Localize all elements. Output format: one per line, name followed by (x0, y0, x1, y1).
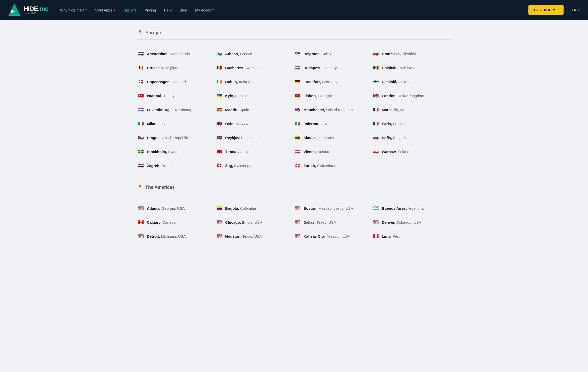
city-name: Stockholm, (147, 150, 167, 154)
flag-icon: 🇨🇴 (216, 205, 223, 212)
nav-help[interactable]: Help (161, 6, 175, 14)
list-item[interactable]: 🇱🇹 Siauliai, Lithuania (294, 131, 372, 145)
flag-icon: 🇨🇭 (294, 162, 301, 169)
list-item[interactable]: 🇬🇷 Athens, Greece (216, 47, 294, 61)
flag-icon: 🇭🇺 (294, 64, 301, 71)
list-item[interactable]: 🇧🇬 Sofia, Bulgaria (372, 131, 451, 145)
svg-text:▶: ▶ (11, 9, 15, 14)
list-item[interactable]: 🇨🇴 Bogota, Colombia (216, 201, 294, 215)
city-country: Germany (322, 80, 337, 84)
city-country: Italy (159, 122, 166, 126)
city-label: Marseille, France (382, 108, 411, 112)
list-item[interactable]: 🇬🇧 London, United Kingdom (372, 89, 451, 103)
list-item[interactable]: 🇭🇺 Budapest, Hungary (294, 61, 372, 75)
city-country: Hungary (323, 66, 337, 70)
list-item[interactable]: 🇺🇸 Boston, Massachusetts, USA (294, 201, 372, 215)
flag-icon: 🇧🇪 (137, 64, 144, 71)
list-item[interactable]: 🇺🇸 Denver, Colorado, USA (372, 215, 451, 229)
list-item[interactable]: 🇭🇷 Zagreb, Croatia (137, 159, 216, 173)
nav-pricing[interactable]: Pricing (141, 6, 160, 14)
flag-icon: 🇬🇧 (294, 106, 301, 113)
list-item[interactable]: 🇹🇷 Istanbul, Turkey (137, 89, 216, 103)
list-item[interactable]: 🇺🇸 Detroit, Michigan, USA (137, 229, 216, 243)
list-item[interactable]: 🇨🇭 Zurich, Switzerland (294, 159, 372, 173)
list-item[interactable]: 🇦🇱 Tirana, Albania (216, 145, 294, 159)
list-item[interactable]: 🇬🇧 Manchester, United Kingdom (294, 103, 372, 117)
list-item[interactable]: 🇫🇷 Marseille, France (372, 103, 451, 117)
list-item[interactable]: 🇧🇪 Brussels, Belgium (137, 61, 216, 75)
flag-icon: 🇧🇬 (372, 134, 379, 141)
city-label: London, United Kingdom (382, 94, 424, 98)
city-name: Luxembourg, (147, 108, 171, 112)
list-item[interactable]: 🇨🇿 Prague, Czech Republic (137, 131, 216, 145)
get-hideme-button[interactable]: GET HIDE.ME (528, 5, 564, 15)
nav-vpn-apps[interactable]: VPN Apps ▼ (92, 6, 119, 14)
city-country: Michigan, USA (161, 234, 186, 238)
city-country: Albania (238, 150, 251, 154)
nav-why-hideme[interactable]: Why hide.me? ▼ (56, 6, 91, 14)
list-item[interactable]: 🇦🇷 Buenos Aires, Argentina (372, 201, 451, 215)
nav-servers[interactable]: Servers (120, 6, 140, 14)
flag-icon: 🇲🇩 (372, 64, 379, 71)
list-item[interactable]: 🇵🇹 Lisbon, Portugal (294, 89, 372, 103)
list-item[interactable]: 🇨🇭 Zug, Switzerland (216, 159, 294, 173)
list-item[interactable]: 🇷🇴 Bucharest, Romania (216, 61, 294, 75)
list-item[interactable]: 🇪🇸 Madrid, Spain (216, 103, 294, 117)
list-item[interactable]: 🇱🇺 Luxembourg, Luxembourg (137, 103, 216, 117)
list-item[interactable]: 🇳🇱 Amsterdam, Netherlands (137, 47, 216, 61)
city-name: Amsterdam, (147, 52, 169, 56)
flag-icon: 🇺🇸 (372, 219, 379, 226)
city-country: France (393, 122, 405, 126)
region-header-americas: 📍 The Americas (137, 185, 451, 190)
list-item[interactable]: 🇵🇱 Warsaw, Poland (372, 145, 451, 159)
city-label: Oslo, Norway (225, 122, 248, 126)
city-label: Bogota, Colombia (225, 206, 256, 210)
list-item[interactable]: 🇸🇰 Bratislava, Slovakia (372, 47, 451, 61)
list-item[interactable]: 🇨🇦 Calgary, Canada (137, 215, 216, 229)
flag-icon: 🇷🇴 (216, 64, 223, 71)
flag-icon: 🇺🇸 (216, 219, 223, 226)
city-name: Prague, (147, 136, 161, 140)
list-item[interactable]: 🇳🇴 Oslo, Norway (216, 117, 294, 131)
flag-icon: 🇳🇱 (137, 50, 144, 57)
list-item[interactable]: 🇷🇸 Belgrade, Serbia (294, 47, 372, 61)
list-item[interactable]: 🇺🇸 Houston, Texas, USA (216, 229, 294, 243)
list-item[interactable]: 🇮🇸 Reykjavik, Iceland (216, 131, 294, 145)
list-item[interactable]: 🇲🇩 Chișinău, Moldova (372, 61, 451, 75)
list-item[interactable]: 🇩🇰 Copenhagen, Denmark (137, 75, 216, 89)
city-label: Atlanta, Georgia, USA (147, 206, 185, 210)
region-divider (137, 39, 451, 40)
logo[interactable]: ▶ HIDE.me since 2012 (8, 3, 48, 17)
city-label: Sofia, Bulgaria (382, 136, 407, 140)
city-country: Spain (240, 108, 249, 112)
list-item[interactable]: 🇮🇹 Milan, Italy (137, 117, 216, 131)
city-label: Paris, France (382, 122, 405, 126)
city-country: Texas, USA (316, 220, 336, 224)
city-country: Luxembourg (172, 108, 192, 112)
region-americas: 📍 The Americas 🇺🇸 Atlanta, Georgia, USA … (137, 185, 451, 243)
list-item[interactable]: 🇫🇷 Paris, France (372, 117, 451, 131)
list-item[interactable]: 🇵🇪 Lima, Peru (372, 229, 451, 243)
list-item[interactable]: 🇫🇮 Helsinki, Finland (372, 75, 451, 89)
language-selector[interactable]: EN ▼ (572, 8, 580, 12)
list-item[interactable]: 🇦🇹 Vienna, Austria (294, 145, 372, 159)
list-item[interactable]: 🇺🇸 Chicago, Illinois, USA (216, 215, 294, 229)
city-country: Romania (246, 66, 261, 70)
city-name: Madrid, (225, 108, 238, 112)
list-item[interactable]: 🇸🇪 Stockholm, Sweden (137, 145, 216, 159)
list-item[interactable]: 🇮🇹 Palermo, Italy (294, 117, 372, 131)
nav-blog[interactable]: Blog (176, 6, 191, 14)
list-item[interactable]: 🇺🇸 Kansas City, Missouri, USA (294, 229, 372, 243)
city-country: Iceland (245, 136, 257, 140)
list-item[interactable]: 🇺🇦 Kyiv, Ukraine (216, 89, 294, 103)
list-item[interactable]: 🇺🇸 Dallas, Texas, USA (294, 215, 372, 229)
list-item[interactable]: 🇺🇸 Atlanta, Georgia, USA (137, 201, 216, 215)
list-item[interactable]: 🇩🇪 Frankfurt, Germany (294, 75, 372, 89)
list-item[interactable]: 🇮🇪 Dublin, Ireland (216, 75, 294, 89)
nav-my-account[interactable]: My Account (192, 6, 218, 14)
city-country: Switzerland (317, 164, 336, 168)
city-label: Calgary, Canada (147, 220, 176, 224)
city-label: Zug, Switzerland (225, 164, 253, 168)
city-name: Athens, (225, 52, 239, 56)
city-label: Luxembourg, Luxembourg (147, 108, 193, 112)
